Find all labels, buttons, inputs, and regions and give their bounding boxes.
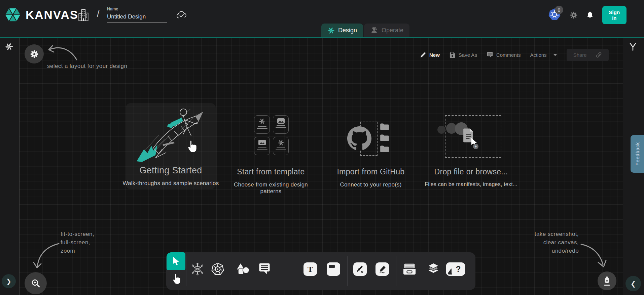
help-tool[interactable]: ? — [452, 262, 465, 276]
layout-picker-button[interactable] — [25, 44, 44, 64]
import-from-github-title[interactable]: Import from GitHub — [327, 167, 415, 176]
drop-file-subtitle: Files can be manifests, images, text... — [421, 181, 522, 187]
comments-icon — [487, 52, 493, 58]
share-button[interactable]: Share — [567, 49, 609, 61]
hand-icon — [171, 273, 181, 284]
start-from-template-title[interactable]: Start from template — [226, 167, 316, 176]
zoom-hint-arrow — [32, 240, 61, 270]
image-icon — [258, 139, 266, 145]
design-spiral-icon — [327, 27, 335, 34]
kubernetes-helm-icon — [211, 262, 224, 276]
spiral-icon — [259, 118, 265, 125]
actions-hint-arrow — [579, 240, 608, 269]
shapes-icon — [236, 263, 250, 276]
share-link-icon — [596, 52, 602, 58]
help-glyph: ? — [456, 264, 461, 274]
pan-tool[interactable] — [169, 272, 183, 285]
pencil-tool[interactable] — [375, 262, 389, 276]
getting-started-title[interactable]: Getting Started — [126, 165, 216, 176]
pen-tool[interactable] — [353, 262, 367, 276]
note-tool[interactable] — [327, 262, 340, 276]
zoom-hint-text: fit-to-screen, full-screen, zoom — [61, 230, 94, 255]
layers-icon — [427, 262, 440, 276]
mode-tabs: Design Operate — [321, 24, 409, 37]
actions-dropdown[interactable]: Actions — [530, 52, 557, 58]
template-card[interactable] — [273, 137, 289, 155]
github-icon[interactable] — [347, 126, 371, 151]
chevron-right-icon: ❯ — [6, 278, 11, 285]
expand-left-panel-button[interactable]: ❯ — [2, 274, 16, 288]
select-cursor-icon — [172, 256, 180, 266]
settings-gear-icon[interactable] — [570, 10, 578, 20]
design-name-input[interactable] — [107, 13, 167, 23]
save-as-button[interactable]: Save As — [449, 52, 477, 58]
layout-hint-arrow — [46, 43, 78, 62]
chip-icon — [191, 263, 204, 276]
template-card[interactable] — [273, 115, 289, 134]
notifications-bell-icon[interactable] — [586, 10, 594, 20]
floppy-save-icon — [449, 52, 456, 58]
folder-icon[interactable] — [380, 123, 390, 130]
kanvas-app: select a layout for your design New Save… — [0, 0, 644, 295]
text-tool-glyph: T — [308, 265, 313, 274]
image-icon — [277, 118, 285, 124]
flower-layout-icon — [30, 50, 39, 58]
left-sidebar — [0, 38, 20, 295]
feedback-tab[interactable]: Feedback — [631, 135, 644, 173]
template-card[interactable] — [254, 137, 270, 155]
template-card[interactable] — [254, 115, 270, 134]
pen-nib-icon — [602, 276, 612, 286]
note-icon — [327, 262, 340, 276]
context-count-badge: 0 — [555, 6, 563, 14]
comment-tool[interactable] — [258, 262, 271, 276]
dot-decoration — [437, 126, 445, 134]
select-tool[interactable] — [167, 252, 185, 270]
organization-icon[interactable] — [77, 9, 90, 22]
new-button[interactable]: New — [420, 52, 440, 58]
pointer-hand-cursor-icon — [186, 139, 197, 152]
layout-hint-text: select a layout for your design — [47, 62, 127, 70]
pencil-new-icon — [420, 52, 426, 58]
shapes-tool[interactable] — [236, 262, 250, 276]
meshery-spiral-icon[interactable] — [5, 42, 13, 51]
folder-icon[interactable] — [380, 134, 390, 141]
validator-y-icon[interactable] — [628, 42, 638, 52]
tab-operate[interactable]: Operate — [364, 24, 409, 37]
chevron-down-icon — [553, 54, 557, 56]
comment-bubble-icon — [258, 263, 271, 275]
operator-headset-icon — [370, 27, 378, 35]
screenshot-pen-button[interactable] — [598, 271, 616, 290]
component-tool[interactable] — [191, 262, 204, 276]
chevron-left-icon: ❮ — [631, 280, 636, 288]
actions-hint-text: take screenshot, clear canvas, undo/redo — [528, 230, 579, 255]
drawer-icon — [403, 263, 416, 276]
drawer-tool[interactable] — [403, 262, 416, 276]
sign-in-button[interactable]: Sign In — [602, 6, 627, 24]
layers-tool[interactable] — [427, 262, 440, 276]
template-thumbnails[interactable] — [254, 115, 289, 155]
breadcrumb-separator: / — [97, 9, 100, 19]
start-from-template-subtitle: Choose from existing design patterns — [223, 181, 319, 195]
kanvas-hexagon-icon — [4, 6, 22, 24]
comments-button[interactable]: Comments — [487, 52, 521, 58]
import-from-github-subtitle: Connect to your repo(s) — [327, 181, 415, 188]
tab-design[interactable]: Design — [321, 24, 363, 37]
text-tool[interactable]: T — [303, 262, 317, 276]
zoom-controls-button[interactable] — [25, 272, 47, 294]
magnifier-plus-icon — [30, 278, 41, 289]
logo[interactable]: KANVAS — [4, 6, 78, 24]
drop-file-title[interactable]: Drop file or browse... — [427, 167, 515, 176]
design-name-label: Name — [107, 7, 118, 11]
kubernetes-tool[interactable] — [211, 262, 224, 276]
cloud-sync-icon — [176, 10, 187, 19]
expand-right-panel-button[interactable]: ❮ — [625, 276, 641, 291]
pen-icon — [356, 265, 364, 273]
logo-text: KANVAS — [26, 8, 78, 22]
getting-started-subtitle: Walk-throughs and sample scenarios — [122, 180, 219, 187]
kubernetes-context-switcher[interactable]: 0 — [548, 8, 561, 23]
tools-dock: T — [166, 252, 475, 290]
rocket-rider-illustration — [134, 105, 213, 163]
pencil-icon — [378, 265, 387, 273]
folder-icon[interactable] — [380, 145, 390, 153]
spiral-icon — [278, 139, 284, 146]
